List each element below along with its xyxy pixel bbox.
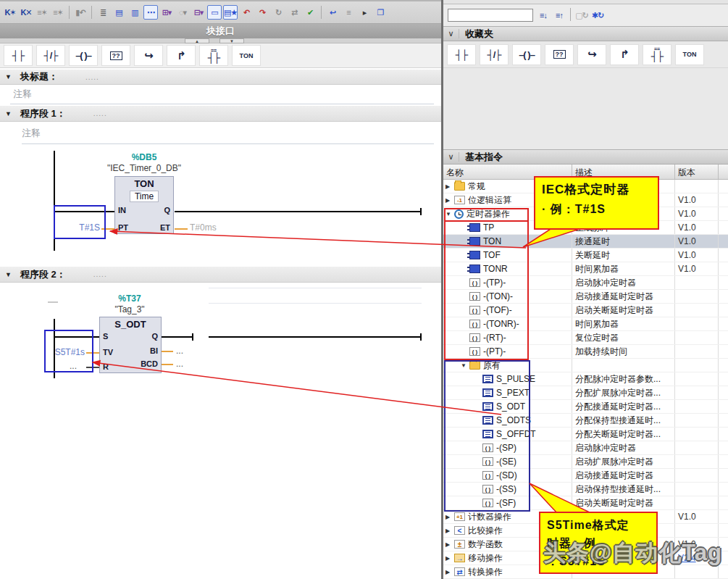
pin-in[interactable]: IN: [118, 206, 126, 214]
close-branch-icon[interactable]: ↱: [167, 45, 196, 66]
ton-timer-icon[interactable]: TON: [675, 44, 704, 65]
s5timer-address[interactable]: %T37: [101, 293, 159, 304]
expand-arrow-icon[interactable]: ▶: [445, 197, 454, 204]
expand-arrow-icon[interactable]: ▶: [445, 183, 454, 190]
collapse-arrow-icon[interactable]: ▼: [445, 211, 454, 217]
pin-q[interactable]: Q: [164, 206, 170, 214]
tree-item--(TON)-[interactable]: ( )-(TON)-启动接通延时定时器: [443, 290, 728, 304]
expand-arrow-icon[interactable]: ▶: [445, 541, 454, 548]
block-comment[interactable]: 注释: [13, 88, 32, 101]
empty-box-icon[interactable]: ??: [101, 45, 130, 66]
toggle-comments-icon[interactable]: ⋯: [143, 5, 158, 20]
bcd-operand[interactable]: ...: [176, 359, 183, 369]
tree-item--(TOF)-[interactable]: ( )-(TOF)-启动关断延时定时器: [443, 304, 728, 317]
collapse-triangle-icon[interactable]: ▼: [5, 73, 12, 80]
tree-item-TONR[interactable]: TONR时间累加器V1.0: [443, 262, 728, 276]
pin-r[interactable]: R: [103, 362, 109, 371]
tree-item-S_ODT[interactable]: S_ODT分配接通延时定时器...: [443, 400, 728, 414]
block-interface-bar[interactable]: 块接口: [0, 24, 441, 38]
chevron-down-icon2[interactable]: ∨: [443, 152, 459, 162]
timer-db-address[interactable]: %DB5: [101, 152, 188, 162]
insert-network-icon[interactable]: K✶: [3, 5, 17, 20]
splitter-down-icon[interactable]: ▼: [219, 38, 244, 43]
pin-s[interactable]: S: [103, 332, 108, 341]
show-tag-names-icon[interactable]: ⊟▾: [191, 5, 206, 20]
open-branch-icon[interactable]: ↪: [577, 44, 606, 65]
float-window-icon[interactable]: ❐: [373, 5, 388, 20]
tree-item-S_OFFDT[interactable]: S_OFFDT分配关断延时定时器...: [443, 428, 728, 441]
apply-values-icon[interactable]: ✱↻: [590, 8, 605, 22]
next-error-icon[interactable]: ↷: [255, 5, 269, 20]
ton-timer-icon[interactable]: TON: [232, 45, 261, 66]
tree-item--(SS)[interactable]: ( )-(SS)启动保持型接通延时...: [443, 483, 728, 496]
insert-empty-box-icon[interactable]: ≡✶: [35, 5, 49, 20]
coil-icon[interactable]: –( )–: [512, 44, 541, 65]
pin-tv[interactable]: TV: [103, 348, 113, 357]
expand-arrow-icon[interactable]: ▶: [445, 569, 454, 575]
reset-start-values-icon[interactable]: ▮↶: [73, 5, 88, 20]
tree-item--(TP)-[interactable]: ( )-(TP)-启动脉冲定时器: [443, 276, 728, 290]
tree-item--(SP)[interactable]: ( )-(SP)启动脉冲定时器: [443, 441, 728, 455]
pin-et[interactable]: ET: [160, 223, 170, 232]
open-contact-icon[interactable]: ┤├: [4, 45, 33, 66]
toggle-network-view-icon[interactable]: ▭: [207, 5, 222, 20]
network1-bar[interactable]: ▼ 程序段 1： .....: [0, 106, 441, 122]
expand-all-networks-icon[interactable]: ▤: [112, 5, 126, 20]
tree-item--(RT)-[interactable]: ( )-(RT)-复位定时器: [443, 331, 728, 345]
expand-arrow-icon[interactable]: ▶: [445, 514, 454, 520]
call-environment-icon[interactable]: ≡: [341, 5, 356, 20]
tree-item--(PT)-[interactable]: ( )-(PT)-加载持续时间: [443, 345, 728, 359]
consistency-check-icon[interactable]: ✔: [303, 5, 317, 20]
expand-arrow-icon[interactable]: ▶: [445, 528, 454, 534]
revert-values-icon[interactable]: ▢↻: [574, 8, 589, 22]
et-operand[interactable]: T#0ms: [190, 222, 217, 233]
more-commands-icon[interactable]: ▸: [357, 5, 372, 20]
block-title-bar[interactable]: ▼ 块标题： .....: [0, 70, 441, 85]
s-odt-block[interactable]: S_ODT S TV R Q BI BCD: [99, 317, 162, 373]
tree-item-S_ODTS[interactable]: S_ODTS分配保持型接通延时...: [443, 414, 728, 428]
show-operand-comments-icon[interactable]: ◌▾: [175, 5, 190, 20]
delete-network-icon[interactable]: K✕: [19, 5, 33, 20]
network1-comment[interactable]: 注释: [22, 127, 41, 140]
timer-db-name[interactable]: "IEC_Timer_0_DB": [86, 163, 202, 173]
tree-item--(SE)[interactable]: ( )-(SE)启动扩展脉冲定时器: [443, 455, 728, 469]
chevron-down-icon[interactable]: ∨: [443, 29, 459, 38]
splitter-up-icon[interactable]: ▲: [185, 38, 209, 43]
outline-view-icon[interactable]: ≣: [96, 5, 110, 20]
tree-item-TON[interactable]: TON接通延时V1.0: [443, 235, 728, 249]
collapse-all-networks-icon[interactable]: ▥: [127, 5, 142, 20]
collapse-arrow-icon[interactable]: ▼: [461, 362, 469, 369]
ladder-editor[interactable]: ▼ 块标题： ..... 注释 ▼ 程序段 1： ..... 注释 %DB5 "…: [0, 68, 441, 579]
synchronize-icon[interactable]: ⇄: [287, 5, 301, 20]
pin-bi[interactable]: BI: [150, 346, 158, 355]
open-contact-icon[interactable]: ┤├: [447, 44, 476, 65]
open-branch-icon[interactable]: ↪: [134, 45, 163, 66]
tree-item-TOF[interactable]: TOF关断延时V1.0: [443, 249, 728, 262]
tree-item--(TONR)-[interactable]: ( )-(TONR)-时间累加器: [443, 317, 728, 331]
network2-collapse-icon[interactable]: ▼: [5, 271, 12, 278]
search-input[interactable]: [448, 9, 533, 22]
close-branch-icon[interactable]: ↱: [610, 44, 639, 65]
network2-bar[interactable]: ▼ 程序段 2： .....: [0, 267, 441, 283]
toggle-favorites-icon[interactable]: ▤★: [223, 5, 238, 20]
update-block-call-icon[interactable]: ↻: [271, 5, 285, 20]
s5timer-tag-name[interactable]: "Tag_3": [101, 304, 159, 315]
pin-q2[interactable]: Q: [151, 332, 158, 341]
tree-item-原有[interactable]: ▼原有: [443, 359, 728, 372]
closed-contact-icon[interactable]: ┤/├: [36, 45, 65, 66]
column-version[interactable]: 版本: [675, 164, 719, 179]
previous-error-icon[interactable]: ↶: [239, 5, 254, 20]
compare-contact-icon[interactable]: ==┤├: [643, 44, 671, 65]
tree-item--(SD)[interactable]: ( )-(SD)启动接通延时定时器: [443, 469, 728, 483]
expand-arrow-icon[interactable]: ▶: [445, 555, 454, 562]
ton-block[interactable]: TON Time IN PT Q ET: [114, 176, 174, 234]
goto-related-icon[interactable]: ↩: [325, 5, 340, 20]
compare-contact-icon[interactable]: ==┤├: [199, 45, 228, 66]
favorites-header[interactable]: ∨ 收藏夹: [443, 26, 728, 41]
network1-collapse-icon[interactable]: ▼: [5, 110, 12, 117]
insert-comment-icon[interactable]: ≡✶: [51, 5, 65, 20]
tree-item--(SF)[interactable]: ( )-(SF)启动关断延时定时器: [443, 496, 728, 510]
find-previous-icon[interactable]: ≡↑: [552, 8, 566, 22]
bi-operand[interactable]: ...: [176, 346, 183, 356]
closed-contact-icon[interactable]: ┤/├: [480, 44, 509, 65]
